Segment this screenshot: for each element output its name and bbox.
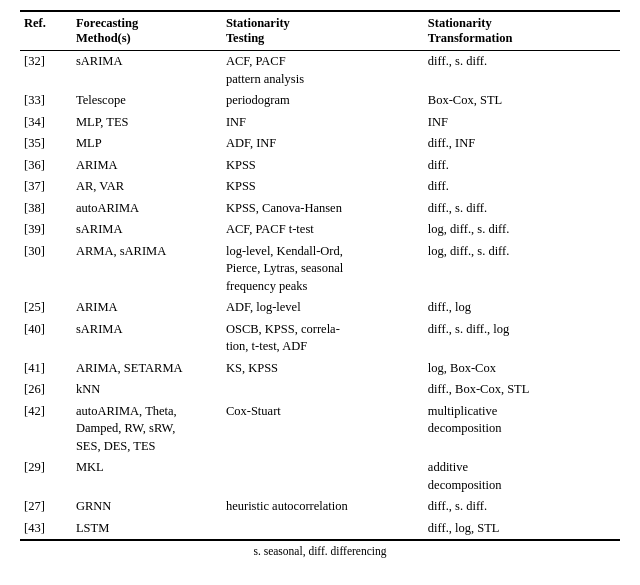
cell-method: MLP, TES bbox=[72, 112, 222, 134]
cell-testing: KPSS bbox=[222, 176, 424, 198]
cell-testing: KPSS bbox=[222, 155, 424, 177]
cell-ref: [40] bbox=[20, 319, 72, 358]
cell-testing: KS, KPSS bbox=[222, 358, 424, 380]
cell-transform: diff., s. diff., log bbox=[424, 319, 620, 358]
cell-ref: [39] bbox=[20, 219, 72, 241]
cell-method: sARIMA bbox=[72, 51, 222, 91]
cell-method: ARIMA bbox=[72, 297, 222, 319]
cell-ref: [41] bbox=[20, 358, 72, 380]
cell-method: kNN bbox=[72, 379, 222, 401]
cell-ref: [37] bbox=[20, 176, 72, 198]
cell-testing: ADF, log-level bbox=[222, 297, 424, 319]
cell-ref: [29] bbox=[20, 457, 72, 496]
table-row: [26]kNNdiff., Box-Cox, STL bbox=[20, 379, 620, 401]
table-footnote: s. seasonal, diff. differencing bbox=[20, 545, 620, 557]
cell-transform: diff., INF bbox=[424, 133, 620, 155]
table-row: [25]ARIMAADF, log-leveldiff., log bbox=[20, 297, 620, 319]
cell-ref: [27] bbox=[20, 496, 72, 518]
cell-testing bbox=[222, 518, 424, 541]
cell-testing bbox=[222, 457, 424, 496]
cell-transform: diff., s. diff. bbox=[424, 496, 620, 518]
cell-method: ARIMA, SETARMA bbox=[72, 358, 222, 380]
cell-transform: diff., s. diff. bbox=[424, 198, 620, 220]
cell-testing: ADF, INF bbox=[222, 133, 424, 155]
cell-transform: Box-Cox, STL bbox=[424, 90, 620, 112]
table-row: [37]AR, VARKPSSdiff. bbox=[20, 176, 620, 198]
col-header-testing: Stationarity Testing bbox=[222, 11, 424, 51]
table-row: [27]GRNNheuristic autocorrelationdiff., … bbox=[20, 496, 620, 518]
table-row: [29]MKLadditivedecomposition bbox=[20, 457, 620, 496]
cell-testing: heuristic autocorrelation bbox=[222, 496, 424, 518]
cell-method: LSTM bbox=[72, 518, 222, 541]
table-row: [42]autoARIMA, Theta,Damped, RW, sRW,SES… bbox=[20, 401, 620, 458]
table-row: [32]sARIMAACF, PACFpattern analysisdiff.… bbox=[20, 51, 620, 91]
table-row: [34]MLP, TESINFINF bbox=[20, 112, 620, 134]
table-row: [36]ARIMAKPSSdiff. bbox=[20, 155, 620, 177]
cell-testing: ACF, PACF t-test bbox=[222, 219, 424, 241]
cell-transform: multiplicativedecomposition bbox=[424, 401, 620, 458]
cell-method: autoARIMA bbox=[72, 198, 222, 220]
cell-testing: KPSS, Canova-Hansen bbox=[222, 198, 424, 220]
cell-method: GRNN bbox=[72, 496, 222, 518]
cell-ref: [42] bbox=[20, 401, 72, 458]
cell-method: ARMA, sARIMA bbox=[72, 241, 222, 298]
cell-testing bbox=[222, 379, 424, 401]
col-header-ref: Ref. bbox=[20, 11, 72, 51]
table-row: [43]LSTMdiff., log, STL bbox=[20, 518, 620, 541]
cell-testing: OSCB, KPSS, correla-tion, t-test, ADF bbox=[222, 319, 424, 358]
cell-testing: Cox-Stuart bbox=[222, 401, 424, 458]
table-row: [39]sARIMAACF, PACF t-testlog, diff., s.… bbox=[20, 219, 620, 241]
cell-method: autoARIMA, Theta,Damped, RW, sRW,SES, DE… bbox=[72, 401, 222, 458]
cell-method: MKL bbox=[72, 457, 222, 496]
cell-ref: [36] bbox=[20, 155, 72, 177]
cell-ref: [30] bbox=[20, 241, 72, 298]
cell-method: MLP bbox=[72, 133, 222, 155]
cell-testing: log-level, Kendall-Ord,Pierce, Lytras, s… bbox=[222, 241, 424, 298]
cell-transform: log, Box-Cox bbox=[424, 358, 620, 380]
table-container: Ref. Forecasting Method(s) Stationarity … bbox=[20, 10, 620, 557]
cell-transform: additivedecomposition bbox=[424, 457, 620, 496]
table-row: [35]MLPADF, INFdiff., INF bbox=[20, 133, 620, 155]
cell-method: AR, VAR bbox=[72, 176, 222, 198]
cell-ref: [43] bbox=[20, 518, 72, 541]
table-row: [40]sARIMAOSCB, KPSS, correla-tion, t-te… bbox=[20, 319, 620, 358]
cell-testing: ACF, PACFpattern analysis bbox=[222, 51, 424, 91]
col-header-method: Forecasting Method(s) bbox=[72, 11, 222, 51]
cell-ref: [32] bbox=[20, 51, 72, 91]
cell-transform: log, diff., s. diff. bbox=[424, 219, 620, 241]
cell-testing: periodogram bbox=[222, 90, 424, 112]
col-header-transform: Stationarity Transformation bbox=[424, 11, 620, 51]
cell-transform: log, diff., s. diff. bbox=[424, 241, 620, 298]
cell-ref: [38] bbox=[20, 198, 72, 220]
table-row: [33]TelescopeperiodogramBox-Cox, STL bbox=[20, 90, 620, 112]
cell-testing: INF bbox=[222, 112, 424, 134]
cell-ref: [34] bbox=[20, 112, 72, 134]
table-row: [38]autoARIMAKPSS, Canova-Hansendiff., s… bbox=[20, 198, 620, 220]
cell-transform: diff., log bbox=[424, 297, 620, 319]
cell-method: sARIMA bbox=[72, 219, 222, 241]
cell-ref: [35] bbox=[20, 133, 72, 155]
cell-transform: diff., log, STL bbox=[424, 518, 620, 541]
cell-method: Telescope bbox=[72, 90, 222, 112]
table-row: [41]ARIMA, SETARMAKS, KPSSlog, Box-Cox bbox=[20, 358, 620, 380]
cell-transform: diff. bbox=[424, 155, 620, 177]
cell-ref: [33] bbox=[20, 90, 72, 112]
table-row: [30]ARMA, sARIMAlog-level, Kendall-Ord,P… bbox=[20, 241, 620, 298]
main-table: Ref. Forecasting Method(s) Stationarity … bbox=[20, 10, 620, 541]
cell-method: ARIMA bbox=[72, 155, 222, 177]
cell-transform: diff., s. diff. bbox=[424, 51, 620, 91]
cell-transform: INF bbox=[424, 112, 620, 134]
cell-ref: [26] bbox=[20, 379, 72, 401]
cell-transform: diff. bbox=[424, 176, 620, 198]
cell-method: sARIMA bbox=[72, 319, 222, 358]
cell-ref: [25] bbox=[20, 297, 72, 319]
cell-transform: diff., Box-Cox, STL bbox=[424, 379, 620, 401]
